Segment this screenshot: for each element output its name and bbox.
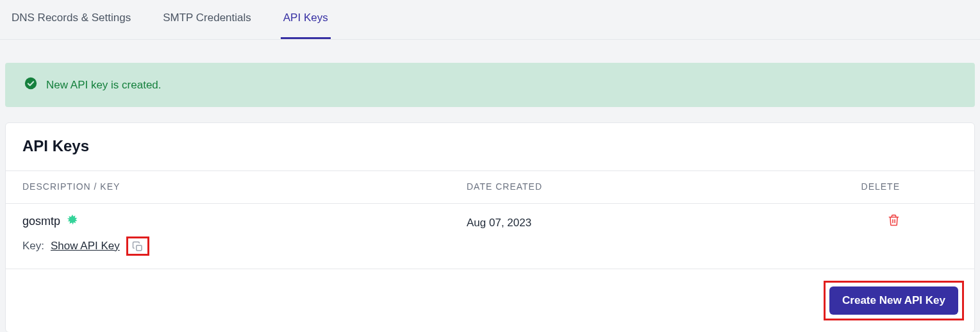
copy-icon[interactable] xyxy=(132,241,144,253)
panel-footer: Create New API Key xyxy=(6,269,974,332)
tab-smtp[interactable]: SMTP Credentials xyxy=(160,0,254,39)
col-description: Description / Key xyxy=(22,181,467,192)
panel-title: API Keys xyxy=(6,123,974,170)
tab-dns[interactable]: DNS Records & Settings xyxy=(9,0,133,39)
table-header: Description / Key Date Created Delete xyxy=(6,170,974,204)
api-keys-panel: API Keys Description / Key Date Created … xyxy=(5,122,975,332)
create-button-highlight: Create New API Key xyxy=(824,281,964,320)
check-circle-icon xyxy=(24,77,37,93)
col-date: Date Created xyxy=(467,181,768,192)
tab-api-keys[interactable]: API Keys xyxy=(281,0,331,39)
tabs: DNS Records & Settings SMTP Credentials … xyxy=(0,0,980,40)
key-label: Key: xyxy=(22,240,44,253)
show-api-key-link[interactable]: Show API Key xyxy=(51,240,120,253)
svg-point-0 xyxy=(25,78,37,89)
success-alert: New API key is created. xyxy=(5,63,975,107)
date-created-value: Aug 07, 2023 xyxy=(467,214,768,229)
svg-rect-1 xyxy=(137,245,142,251)
delete-button[interactable] xyxy=(888,217,900,228)
alert-text: New API key is created. xyxy=(46,79,162,92)
key-name: gosmtp xyxy=(22,215,60,228)
create-new-api-key-button[interactable]: Create New API Key xyxy=(829,286,958,315)
burst-icon xyxy=(67,214,78,229)
col-delete: Delete xyxy=(768,181,958,192)
table-row: gosmtp Key: Show API Key Aug 07, 2023 xyxy=(6,204,974,269)
copy-highlight xyxy=(126,237,149,256)
